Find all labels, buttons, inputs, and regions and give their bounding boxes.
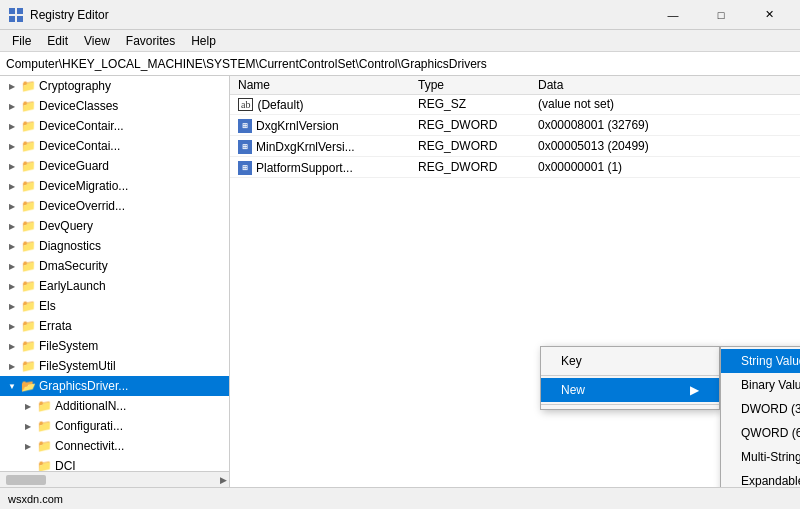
tree-item-deviceclasses[interactable]: ▶ 📁 DeviceClasses	[0, 96, 229, 116]
row-name-mindxg: ⊞ MinDxgKrnlVersi...	[238, 140, 355, 154]
hscroll-thumb[interactable]	[6, 475, 46, 485]
tree-label: Cryptography	[39, 79, 111, 93]
submenu-dword-value[interactable]: DWORD (32-bit) Value	[721, 397, 800, 421]
title-bar-text: Registry Editor	[30, 8, 650, 22]
tree-item-graphicsdrivers[interactable]: ▼ 📂 GraphicsDriver...	[0, 376, 229, 396]
dword-icon: ⊞	[238, 140, 252, 154]
tree-item-deviceguard[interactable]: ▶ 📁 DeviceGuard	[0, 156, 229, 176]
folder-icon: 📁	[20, 158, 36, 174]
tree-arrow: ▶	[4, 318, 20, 334]
tree-arrow: ▶	[4, 138, 20, 154]
context-new-label: New	[561, 383, 585, 397]
submenu-string-value[interactable]: String Value	[721, 349, 800, 373]
row-data: 0x00008001 (32769)	[530, 114, 800, 135]
row-type: REG_SZ	[410, 95, 530, 115]
status-bar: wsxdn.com	[0, 487, 800, 509]
folder-icon: 📁	[20, 178, 36, 194]
tree-item-diagnostics[interactable]: ▶ 📁 Diagnostics	[0, 236, 229, 256]
row-data: 0x00005013 (20499)	[530, 135, 800, 156]
context-menu-divider2	[541, 404, 719, 405]
context-menu-wrapper: Key New ▶ String Value String Value Bina…	[540, 346, 800, 487]
row-name-default: ab (Default)	[238, 98, 303, 112]
close-button[interactable]: ✕	[746, 0, 792, 30]
folder-icon: 📁	[20, 218, 36, 234]
context-menu-key[interactable]: Key	[541, 349, 719, 373]
menu-edit[interactable]: Edit	[39, 32, 76, 50]
tree-item-devicecontainer2[interactable]: ▶ 📁 DeviceContai...	[0, 136, 229, 156]
tree-item-additionaln[interactable]: ▶ 📁 AdditionalN...	[0, 396, 229, 416]
tree-item-devicecontainer1[interactable]: ▶ 📁 DeviceContair...	[0, 116, 229, 136]
tree-item-els[interactable]: ▶ 📁 Els	[0, 296, 229, 316]
row-type: REG_DWORD	[410, 114, 530, 135]
tree-label: Els	[39, 299, 56, 313]
col-name: Name	[230, 76, 410, 95]
menu-view[interactable]: View	[76, 32, 118, 50]
tree-arrow: ▶	[4, 98, 20, 114]
folder-icon: 📁	[20, 318, 36, 334]
tree-arrow: ▶	[4, 298, 20, 314]
tree-label: DmaSecurity	[39, 259, 108, 273]
minimize-button[interactable]: —	[650, 0, 696, 30]
tree-item-cryptography[interactable]: ▶ 📁 Cryptography	[0, 76, 229, 96]
folder-icon: 📁	[20, 78, 36, 94]
folder-icon: 📁	[20, 198, 36, 214]
ab-icon: ab	[238, 98, 253, 111]
folder-icon: 📁	[36, 418, 52, 434]
context-menu[interactable]: Key New ▶ String Value	[540, 346, 720, 410]
window-controls: — □ ✕	[650, 0, 792, 30]
tree-arrow: ▶	[4, 278, 20, 294]
folder-icon: 📁	[36, 438, 52, 454]
hscroll-right-arrow[interactable]: ▶	[220, 475, 227, 485]
table-row[interactable]: ab (Default) REG_SZ (value not set)	[230, 95, 800, 115]
submenu-binary-value[interactable]: Binary Value	[721, 373, 800, 397]
tree-arrow: ▶	[4, 258, 20, 274]
tree-label: FileSystem	[39, 339, 98, 353]
table-row[interactable]: ⊞ DxgKrnlVersion REG_DWORD 0x00008001 (3…	[230, 114, 800, 135]
tree-arrow: ▶	[4, 338, 20, 354]
tree-item-dmasecurity[interactable]: ▶ 📁 DmaSecurity	[0, 256, 229, 276]
menu-file[interactable]: File	[4, 32, 39, 50]
tree-label: EarlyLaunch	[39, 279, 106, 293]
submenu-expandable-value[interactable]: Expandable String Value	[721, 469, 800, 487]
menu-favorites[interactable]: Favorites	[118, 32, 183, 50]
context-menu-new[interactable]: New ▶	[541, 378, 719, 402]
tree-arrow: ▶	[4, 238, 20, 254]
submenu-panel[interactable]: String Value Binary Value DWORD (32-bit)…	[720, 346, 800, 487]
tree-arrow: ▶	[4, 358, 20, 374]
tree-item-devicemigration[interactable]: ▶ 📁 DeviceMigratio...	[0, 176, 229, 196]
tree-label: Connectivit...	[55, 439, 124, 453]
tree-item-errata[interactable]: ▶ 📁 Errata	[0, 316, 229, 336]
tree-panel[interactable]: ▶ 📁 Cryptography ▶ 📁 DeviceClasses ▶ 📁 D…	[0, 76, 230, 487]
folder-icon: 📁	[20, 298, 36, 314]
tree-arrow: ▼	[4, 378, 20, 394]
table-row[interactable]: ⊞ MinDxgKrnlVersi... REG_DWORD 0x0000501…	[230, 135, 800, 156]
tree-item-configuration[interactable]: ▶ 📁 Configurati...	[0, 416, 229, 436]
tree-item-filesystem[interactable]: ▶ 📁 FileSystem	[0, 336, 229, 356]
menu-help[interactable]: Help	[183, 32, 224, 50]
title-bar: Registry Editor — □ ✕	[0, 0, 800, 30]
tree-item-connectivity[interactable]: ▶ 📁 Connectivit...	[0, 436, 229, 456]
table-row[interactable]: ⊞ PlatformSupport... REG_DWORD 0x0000000…	[230, 156, 800, 177]
folder-icon: 📁	[20, 98, 36, 114]
tree-item-filesystemutil[interactable]: ▶ 📁 FileSystemUtil	[0, 356, 229, 376]
svg-rect-2	[9, 16, 15, 22]
submenu-multistring-value[interactable]: Multi-String Value	[721, 445, 800, 469]
tree-arrow: ▶	[4, 78, 20, 94]
data-panel: Name Type Data ab (Default) REG_SZ (valu…	[230, 76, 800, 487]
svg-rect-0	[9, 8, 15, 14]
dword-icon: ⊞	[238, 119, 252, 133]
tree-arrow: ▶	[4, 178, 20, 194]
tree-label: DeviceMigratio...	[39, 179, 128, 193]
tree-item-earlylaunch[interactable]: ▶ 📁 EarlyLaunch	[0, 276, 229, 296]
folder-icon: 📁	[20, 278, 36, 294]
address-path: Computer\HKEY_LOCAL_MACHINE\SYSTEM\Curre…	[6, 57, 487, 71]
maximize-button[interactable]: □	[698, 0, 744, 30]
submenu-qword-value[interactable]: QWORD (64-bit) Value	[721, 421, 800, 445]
tree-item-deviceoverride[interactable]: ▶ 📁 DeviceOverrid...	[0, 196, 229, 216]
app-icon	[8, 7, 24, 23]
tree-arrow: ▶	[20, 398, 36, 414]
tree-hscroll[interactable]: ▶	[0, 471, 229, 487]
tree-item-devquery[interactable]: ▶ 📁 DevQuery	[0, 216, 229, 236]
svg-rect-1	[17, 8, 23, 14]
row-name-platform: ⊞ PlatformSupport...	[238, 161, 353, 175]
